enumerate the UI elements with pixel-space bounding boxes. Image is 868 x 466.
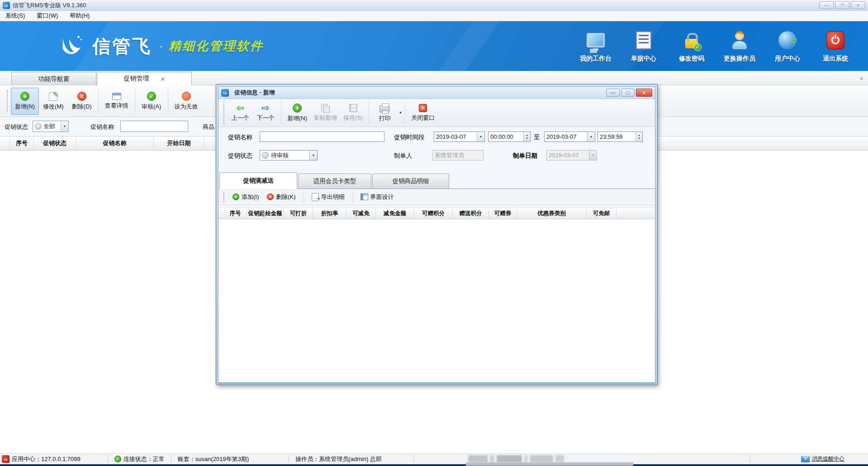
chevron-down-icon[interactable]: ▼ (477, 132, 484, 141)
menu-help[interactable]: 帮助(H) (70, 12, 90, 20)
dialog-window-controls: — ▢ ✕ (606, 89, 652, 97)
spinner-up-down-icon[interactable]: ▲▼ (523, 132, 530, 141)
print-dropdown-chevron-icon[interactable]: ▼ (398, 111, 402, 115)
tabstrip-close-icon[interactable]: × (859, 75, 863, 82)
switch-operator-button[interactable]: 更换操作员 (719, 28, 760, 63)
save-button[interactable]: 保存(S) (340, 101, 366, 125)
col-status[interactable]: 促销状态 (34, 137, 76, 150)
change-password-button[interactable]: ✓ 修改密码 (671, 28, 712, 63)
row-indicator-header (0, 137, 10, 150)
banner: 信管飞 · 精细化管理软件 我的工作台 单据中心 ✓ 修改密码 更换操作员 (0, 21, 868, 71)
promo-name-filter-label: 促销名称 (90, 123, 114, 131)
export-detail-button[interactable]: 导出明细 (308, 192, 348, 202)
promo-name-filter-input[interactable] (120, 121, 188, 132)
col-can-give-coupon[interactable]: 可赠券 (489, 208, 517, 219)
dialog-toolbar: ⇦ 上一个 ⇨ 下一个 + 新增(N) 复制新增 保存 (218, 99, 655, 127)
ui-design-button[interactable]: 界面设计 (357, 192, 397, 202)
delete-button[interactable]: ✕ 删除(D) (68, 88, 96, 115)
document-center-button[interactable]: 单据中心 (623, 28, 664, 63)
tab-promo-product-detail[interactable]: 促销商品明细 (372, 174, 449, 189)
col-can-discount[interactable]: 可打折 (284, 208, 313, 219)
promo-status-filter-dropdown[interactable]: ✓ 全部 ▼ (33, 121, 69, 132)
message-center-link[interactable]: 消息提醒中心 (801, 455, 844, 463)
chevron-down-icon: ▼ (589, 151, 597, 160)
exit-system-button[interactable]: 退出系统 (815, 28, 856, 63)
tab-promotion-management[interactable]: 促销管理 × (97, 72, 192, 85)
arrow-right-icon: ⇨ (261, 104, 270, 112)
col-reduce-amount[interactable]: 减免金额 (376, 208, 414, 219)
close-button[interactable]: ✕ (851, 1, 865, 9)
save-floppy-icon (349, 104, 357, 112)
close-window-button[interactable]: ✕ 关闭窗口 (408, 101, 438, 125)
menu-system[interactable]: 系统(S) (5, 12, 25, 20)
envelope-icon (801, 456, 810, 462)
dialog-tabstrip: 促销满减送 适用会员卡类型 促销商品明细 (218, 172, 655, 189)
audit-button[interactable]: ✓ 审核(A) (138, 88, 166, 115)
tab-full-reduction[interactable]: 促销满减送 (219, 172, 297, 189)
plus-icon: + (293, 104, 302, 113)
application-window: 信管飞RMS专业版 V9.1.360 — ❐ ✕ 系统(S) 窗口(W) 帮助(… (0, 0, 868, 466)
menubar: 系统(S) 窗口(W) 帮助(H) (0, 11, 868, 21)
col-coupon-type[interactable]: 优惠券类别 (517, 208, 587, 219)
toolbar-separator (281, 102, 281, 124)
col-can-reduce[interactable]: 可减免 (346, 208, 376, 219)
toolbar-separator (304, 192, 304, 202)
next-record-button[interactable]: ⇨ 下一个 (253, 101, 278, 125)
end-date-picker[interactable]: 2019-03-07 ▼ (544, 132, 595, 142)
connection-ok-icon: ✓ (114, 456, 121, 462)
tab-member-card-types[interactable]: 适用会员卡类型 (298, 174, 371, 189)
toolbar-grip (223, 192, 225, 202)
dialog-titlebar[interactable]: 促销信息 - 新增 — ▢ ✕ (218, 87, 655, 99)
col-start-date[interactable]: 开始日期 (154, 137, 204, 150)
detail-delete-button[interactable]: ✕ 删除(K) (264, 192, 299, 202)
col-seq[interactable]: 序号 (224, 208, 247, 219)
chevron-down-icon[interactable]: ▼ (587, 132, 595, 141)
maker-label: 制单人 (394, 152, 413, 160)
dialog-maximize-button[interactable]: ▢ (621, 89, 635, 97)
dialog-minimize-button[interactable]: — (606, 89, 620, 97)
set-invalid-button[interactable]: 设为无效 (171, 88, 202, 115)
restore-button[interactable]: ❐ (835, 1, 849, 9)
tab-close-icon[interactable]: × (161, 75, 165, 83)
chevron-down-icon[interactable]: ▼ (309, 151, 317, 160)
invalid-circle-icon (182, 92, 191, 101)
col-can-give-points[interactable]: 可赠积分 (414, 208, 453, 219)
brand-name: 信管飞 (92, 34, 152, 59)
dialog-add-button[interactable]: + 新增(N) (284, 101, 310, 125)
minimize-button[interactable]: — (819, 1, 834, 9)
to-label: 至 (534, 133, 540, 141)
view-detail-button[interactable]: 查看详情 (101, 88, 133, 115)
start-time-spinner[interactable]: 00:00:00 ▲▼ (488, 132, 531, 142)
user-center-button[interactable]: 用户中心 (767, 28, 808, 63)
dialog-form: 促销名称 促销时间段 2019-03-07 ▼ 00:00:00 ▲▼ 至 20… (218, 127, 655, 172)
col-seq[interactable]: 序号 (10, 137, 34, 150)
brand-logo: 信管飞 · 精细化管理软件 (58, 33, 264, 59)
modify-button[interactable]: 修改(M) (39, 88, 68, 115)
workstation-monitor-icon (587, 28, 605, 52)
start-date-picker[interactable]: 2019-03-07 ▼ (434, 132, 485, 142)
status-separator (171, 456, 171, 463)
copy-add-button[interactable]: 复制新增 (310, 101, 340, 125)
print-button[interactable]: 打印 (372, 101, 397, 125)
tab-function-navigator[interactable]: 功能导航窗 (11, 72, 96, 85)
col-name[interactable]: 促销名称 (76, 137, 154, 150)
col-give-points[interactable]: 赠送积分 (453, 208, 489, 219)
my-workbench-button[interactable]: 我的工作台 (575, 28, 617, 63)
promo-name-input[interactable] (260, 132, 384, 142)
detail-table-header: 序号 促销起始金额 可打折 折扣率 可减免 减免金额 可赠积分 赠送积分 可赠券… (218, 207, 655, 219)
toolbar-grip (6, 89, 8, 113)
detail-add-button[interactable]: + 添加(I) (229, 192, 262, 202)
previous-record-button[interactable]: ⇦ 上一个 (228, 101, 253, 125)
end-time-spinner[interactable]: 23:59:59 ▲▼ (598, 132, 643, 142)
promo-status-dropdown[interactable]: 待审核 ▼ (260, 150, 318, 160)
spinner-up-down-icon[interactable]: ▲▼ (636, 132, 642, 141)
titlebar: 信管飞RMS专业版 V9.1.360 — ❐ ✕ (0, 0, 868, 11)
connection-status: ✓ 连接状态：正常 (114, 455, 165, 463)
col-free-shipping[interactable]: 可免邮 (587, 208, 617, 219)
col-discount-rate[interactable]: 折扣率 (313, 208, 346, 219)
dialog-close-button[interactable]: ✕ (636, 89, 652, 97)
col-start-amount[interactable]: 促销起始金额 (247, 208, 284, 219)
add-button[interactable]: + 新增(N) (11, 88, 39, 115)
chevron-down-icon[interactable]: ▼ (61, 121, 68, 132)
menu-window[interactable]: 窗口(W) (37, 12, 58, 20)
